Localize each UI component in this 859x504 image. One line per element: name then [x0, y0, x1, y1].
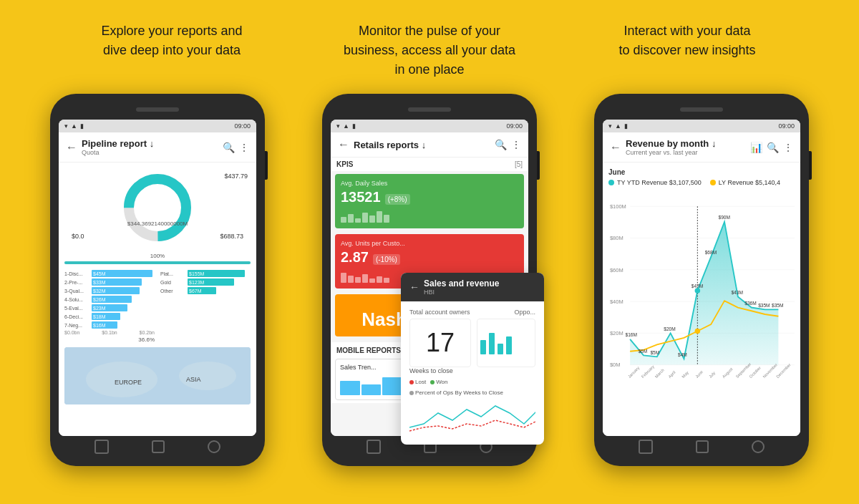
svg-rect-7: [480, 340, 486, 354]
panel1-heading: Explore your reports and dive deep into …: [64, 21, 279, 60]
axis-0: $0.0bn: [64, 330, 79, 335]
fc-legend-percent-label: Percent of Ops By Weeks to Close: [415, 389, 503, 396]
progress-section: 100%: [64, 253, 251, 264]
svg-rect-9: [498, 344, 503, 354]
bar-row: 3-Qual... $32M: [64, 287, 155, 294]
home-btn-3[interactable]: [696, 440, 709, 453]
kpi-change-1: (+8%): [385, 194, 410, 205]
fc-number-box: 17: [409, 319, 471, 367]
report-subtitle-3: Current year vs. last year: [626, 149, 746, 156]
speaker-3: [680, 107, 723, 112]
bar-fill-r: $67M: [188, 287, 216, 294]
more-icon-2[interactable]: ⋮: [511, 139, 521, 150]
bar-label-r: Other: [160, 289, 185, 294]
panel2-heading: Monitor the pulse of your business, acce…: [322, 21, 537, 79]
svg-text:$47M: $47M: [691, 284, 703, 289]
donut-bottom-left: $0.0: [72, 233, 84, 240]
back-btn-2[interactable]: [367, 440, 381, 454]
recent-btn-1[interactable]: [208, 440, 220, 453]
svg-text:ASIA: ASIA: [186, 376, 201, 383]
bar-label: 6-Deci...: [64, 314, 89, 319]
wifi-icon-2: ▾: [336, 122, 340, 130]
pipeline-content: $437.79 $344.3692140000000M $0.0 $688.73…: [59, 163, 256, 436]
home-btn-1[interactable]: [152, 440, 165, 453]
floating-card-body: Total account owners Oppo... 17: [401, 301, 544, 445]
phone-bottom-bar-1: [59, 436, 256, 457]
legend-dot-yellow: [710, 180, 716, 185]
status-bar-1: ▾ ▲ ▮ 09:00: [59, 120, 256, 132]
bar-label: 4-Solu...: [64, 297, 89, 302]
kpi-bar: [348, 214, 354, 223]
month-label: June: [608, 168, 795, 176]
signal-icon-1: ▲: [71, 122, 77, 130]
bar-fill: $32M: [92, 287, 140, 294]
kpi-bar: [341, 217, 346, 223]
search-icon-3[interactable]: 🔍: [767, 142, 779, 153]
bar-fill-r: $123M: [188, 278, 234, 286]
phone-1: ▾ ▲ ▮ 09:00 ← Pipeline report ↓ Quota 🔍 …: [50, 94, 265, 466]
svg-text:June: June: [694, 369, 704, 379]
legend-tyd-label: TY YTD Revenue $3,107,500: [617, 179, 702, 186]
svg-text:February: February: [641, 364, 655, 379]
recent-btn-3[interactable]: [752, 440, 765, 453]
donut-center-value: $344.3692140000000M: [64, 220, 251, 227]
kpi-bar: [384, 278, 389, 283]
svg-point-25: [695, 288, 701, 294]
bar-fill: $45M: [92, 270, 152, 277]
svg-text:$5M: $5M: [650, 350, 659, 355]
svg-text:$35M: $35M: [758, 303, 770, 308]
map-section: EUROPE ASIA: [64, 347, 251, 404]
legend-tyd: TY YTD Revenue $3,107,500: [608, 179, 702, 186]
back-arrow-2[interactable]: ←: [338, 138, 349, 151]
donut-top-value: $437.79: [224, 173, 248, 180]
svg-text:March: March: [654, 368, 665, 379]
donut-section: $437.79 $344.3692140000000M $0.0 $688.73: [64, 168, 251, 247]
fc-labels-row: Total account owners Oppo...: [409, 309, 535, 316]
bar-row: 5-Eval... $23M: [64, 304, 155, 311]
fc-legend-percent: Percent of Ops By Weeks to Close: [409, 389, 503, 396]
search-icon-1[interactable]: 🔍: [223, 142, 235, 153]
kpis-label: KPIS: [336, 160, 353, 168]
bar-value-r: $67M: [188, 289, 203, 294]
bar-label: 7-Neg...: [64, 323, 89, 328]
bar-fill: $23M: [92, 304, 127, 311]
title-block-3: Revenue by month ↓ Current year vs. last…: [626, 138, 746, 156]
map-svg: EUROPE ASIA: [64, 347, 251, 404]
wifi-icon-3: ▾: [608, 122, 612, 130]
panel3-heading: Interact with your data to discover new …: [580, 21, 795, 60]
kpi-card-1: Avg. Daily Sales 13521 (+8%): [335, 174, 524, 228]
revenue-chart-container: $100M $80M $60M $40M $20M $0M: [608, 190, 795, 391]
svg-text:$40M: $40M: [610, 299, 623, 305]
svg-text:$4M: $4M: [678, 352, 687, 357]
more-icon-3[interactable]: ⋮: [783, 142, 793, 153]
search-icon-2[interactable]: 🔍: [495, 139, 507, 150]
bar-value: $16M: [92, 323, 107, 328]
fc-section1-label: Total account owners: [409, 309, 470, 316]
report-subtitle-1: Quota: [82, 149, 218, 156]
axis-2: $0.2bn: [140, 330, 155, 335]
floating-card-header: ← Sales and revenue HBI: [401, 273, 544, 301]
status-bar-2: ▾ ▲ ▮ 09:00: [331, 120, 528, 132]
legend-ly-label: LY Revenue $5,140,4: [719, 179, 780, 186]
bar-label: 5-Eval...: [64, 306, 89, 311]
bar-value-r: $123M: [188, 280, 205, 285]
app-header-3: ← Revenue by month ↓ Current year vs. la…: [603, 132, 800, 163]
fc-mini-chart-svg: [480, 322, 532, 358]
chart-icon-3[interactable]: 📊: [750, 142, 762, 153]
more-icon-1[interactable]: ⋮: [239, 142, 249, 153]
bar-axis: $0.0bn $0.1bn $0.2bn: [64, 330, 155, 335]
svg-text:$68M: $68M: [705, 250, 717, 255]
back-arrow-3[interactable]: ←: [610, 141, 621, 154]
fc-status-legend: Lost Won Percent of Ops By Weeks to Clos…: [409, 379, 535, 396]
back-arrow-1[interactable]: ←: [66, 141, 77, 154]
bar-label-r: Gold: [160, 280, 185, 285]
signal-icon-2: ▲: [343, 122, 349, 130]
title-block-1: Pipeline report ↓ Quota: [82, 138, 218, 156]
bar-row-right: Plat... $155M: [160, 270, 251, 277]
back-btn-1[interactable]: [94, 440, 109, 454]
phone-screen-1: ▾ ▲ ▮ 09:00 ← Pipeline report ↓ Quota 🔍 …: [59, 120, 256, 436]
svg-text:January: January: [627, 366, 641, 379]
back-btn-3[interactable]: [639, 440, 653, 454]
donut-bottom-right: $688.73: [220, 233, 243, 240]
fc-back-arrow[interactable]: ←: [409, 281, 419, 293]
